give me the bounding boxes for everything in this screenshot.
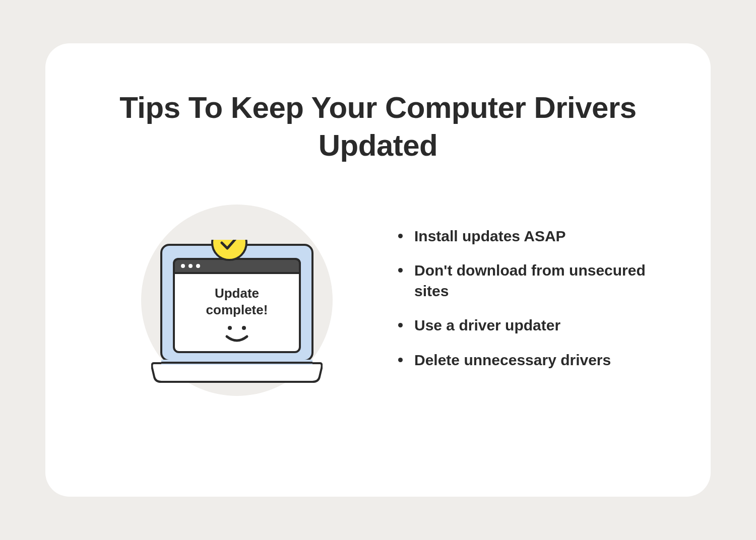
svg-point-4 [181, 264, 185, 268]
tips-list: Install updates ASAP Don't download from… [398, 226, 660, 385]
window-text-line1: Update [215, 286, 259, 301]
laptop-illustration: Update complete! [131, 210, 343, 401]
window-text-line2: complete! [206, 302, 268, 317]
laptop-icon: Update complete! [151, 240, 323, 391]
tip-item: Don't download from unsecured sites [398, 260, 660, 301]
tip-item: Delete unnecessary drivers [398, 350, 660, 371]
info-card: Tips To Keep Your Computer Drivers Updat… [45, 43, 711, 497]
svg-point-7 [228, 326, 232, 330]
tip-item: Use a driver updater [398, 315, 660, 336]
card-title: Tips To Keep Your Computer Drivers Updat… [96, 89, 660, 164]
content-row: Update complete! Install updates ASAP Do… [96, 210, 660, 401]
svg-point-5 [188, 264, 193, 268]
svg-point-8 [242, 326, 246, 330]
tip-item: Install updates ASAP [398, 226, 660, 247]
svg-point-6 [196, 264, 200, 268]
